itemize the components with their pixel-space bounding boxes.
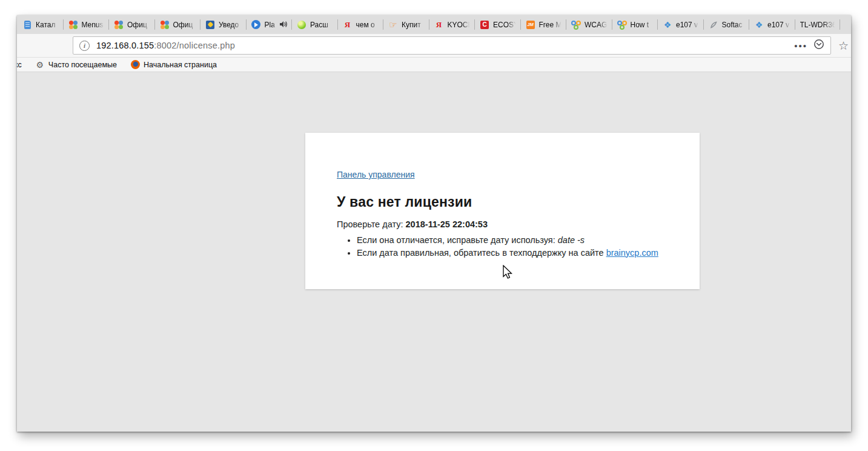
page-content: Панель управления У вас нет лицензии Про… <box>17 72 851 431</box>
license-error-card: Панель управления У вас нет лицензии Про… <box>305 133 700 289</box>
tab-e107-v[interactable]: ❖e107 v <box>749 15 795 34</box>
brainycp-link[interactable]: brainycp.com <box>606 248 658 258</box>
date-value: 2018-11-25 22:04:53 <box>406 219 488 229</box>
tab-kyoce[interactable]: ЯKYOCE <box>429 15 475 34</box>
tab-label: How t <box>631 21 654 29</box>
bookmark-label: Начальная страница <box>144 61 217 69</box>
tab-label: Офиц <box>127 21 151 29</box>
tab-softac[interactable]: Softac <box>703 15 749 34</box>
hand-pointer-icon: ☞ <box>388 20 398 30</box>
tab-label: TL-WDR36 <box>800 21 837 29</box>
instructions-list: Если она отличается, исправьте дату испо… <box>337 235 668 258</box>
tab-офиц[interactable]: Офиц <box>108 15 154 34</box>
bookmark-star-icon[interactable]: ☆ <box>838 40 849 52</box>
e107-icon: ❖ <box>663 20 672 30</box>
tab-free-m[interactable]: JMFree M <box>520 15 566 34</box>
yandex-icon: Я <box>343 20 353 30</box>
tab-label: Pla <box>265 21 277 29</box>
list-item: Если она отличается, исправьте дату испо… <box>357 235 668 246</box>
tab-ecosy[interactable]: CECOSY <box>474 15 520 34</box>
page-actions-icon[interactable]: ••• <box>788 41 813 51</box>
tab-label: Расш <box>310 21 334 29</box>
firefox-icon <box>130 60 140 70</box>
tab-катал[interactable]: Катал <box>17 15 63 34</box>
joomla-icon <box>68 20 78 30</box>
softaculous-icon <box>709 20 718 30</box>
three-circles-icon <box>617 20 627 30</box>
tab-label: чем о <box>356 21 380 29</box>
tab-офиц[interactable]: Офиц <box>154 15 200 34</box>
document-icon <box>22 20 32 30</box>
tab-label: Softac <box>722 21 746 29</box>
green-ball-icon <box>297 20 306 30</box>
joomla-monster-icon: JM <box>526 20 535 30</box>
url-text[interactable]: 192.168.0.155:8002/nolicense.php <box>96 41 235 50</box>
date-command: date -s <box>558 235 585 245</box>
yandex-icon: Я <box>434 20 444 30</box>
navigation-toolbar: i 192.168.0.155:8002/nolicense.php ••• ☆ <box>17 34 851 58</box>
bookmark-item[interactable]: кс <box>17 61 22 69</box>
pocket-icon[interactable] <box>813 39 824 52</box>
tab-menus[interactable]: Menus <box>63 15 109 34</box>
tab-bar: КаталMenusОфицОфицУведоPlaРасшЯчем о☞Куп… <box>17 15 851 34</box>
tab-pla[interactable]: Pla <box>246 15 292 34</box>
tab-чем-о[interactable]: Ячем о <box>337 15 383 34</box>
tab-label: Menus <box>82 21 105 29</box>
tab-label: WCAG <box>585 21 608 29</box>
list-item: Если дата правильная, обратитесь в техпо… <box>357 248 668 259</box>
ecosys-icon: C <box>480 20 489 30</box>
bookmark-item[interactable]: Начальная страница <box>130 60 217 70</box>
three-circles-icon <box>571 20 581 30</box>
tab-label: Уведо <box>219 21 242 29</box>
bookmark-label: Часто посещаемые <box>48 61 117 69</box>
joomla-icon <box>114 20 124 30</box>
tab-label: e107 v <box>676 21 700 29</box>
e107-icon: ❖ <box>754 20 764 30</box>
tab-уведо[interactable]: Уведо <box>200 15 246 34</box>
browser-window: КаталMenusОфицОфицУведоPlaРасшЯчем о☞Куп… <box>17 15 851 432</box>
tab-расш[interactable]: Расш <box>291 15 337 34</box>
tab-how-t[interactable]: How t <box>612 15 658 34</box>
tab-купит[interactable]: ☞Купит <box>383 15 429 34</box>
tab-label: Офиц <box>173 21 197 29</box>
tab-e107-v[interactable]: ❖e107 v <box>657 15 703 34</box>
tab-tl-wdr36[interactable]: TL-WDR36 <box>795 15 841 34</box>
bookmark-item[interactable]: ⚙Часто посещаемые <box>35 60 117 70</box>
tab-label: Катал <box>36 21 59 29</box>
play-icon <box>251 20 261 30</box>
url-bar[interactable]: i 192.168.0.155:8002/nolicense.php ••• <box>73 36 831 55</box>
tab-wcag[interactable]: WCAG <box>566 15 612 34</box>
emblem-icon <box>205 20 215 30</box>
check-date-line: Проверьте дату: 2018-11-25 22:04:53 <box>337 219 668 229</box>
tab-label: ECOSY <box>493 21 517 29</box>
tab-audio-icon[interactable] <box>280 19 288 30</box>
gear-icon: ⚙ <box>35 60 45 70</box>
tab-label: Купит <box>402 21 425 29</box>
control-panel-link[interactable]: Панель управления <box>337 170 415 179</box>
tab-label: e107 v <box>767 21 791 29</box>
tab-label: KYOCE <box>448 21 471 29</box>
bookmarks-toolbar: кс⚙Часто посещаемыеНачальная страница <box>17 58 851 72</box>
site-info-icon[interactable]: i <box>79 41 90 51</box>
bookmark-label: кс <box>17 61 22 69</box>
page-title: У вас нет лицензии <box>337 194 668 210</box>
tab-label: Free M <box>539 21 563 29</box>
joomla-icon <box>160 20 170 30</box>
